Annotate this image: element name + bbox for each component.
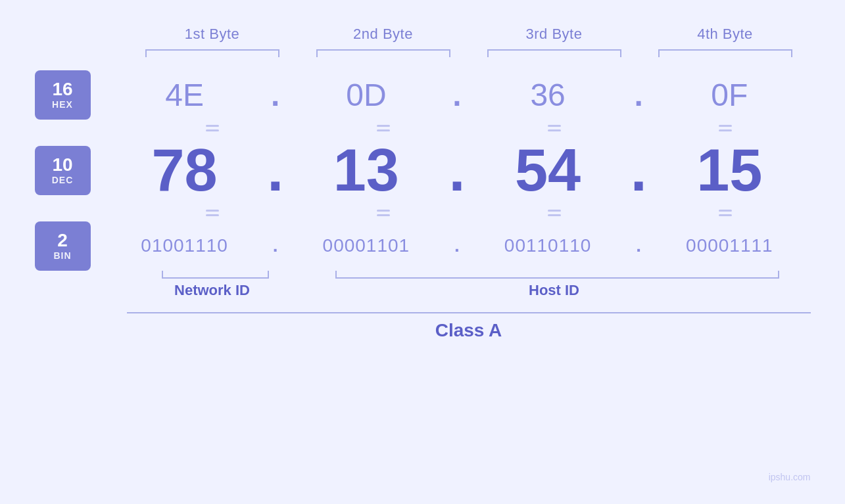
bin-byte4: 00001111 (648, 235, 810, 256)
bin-values: 01001110 . 00001101 . 00110110 . 0000111… (104, 235, 811, 256)
hex-byte3: 36 (467, 77, 629, 113)
dec-byte1: 78 (104, 137, 266, 204)
bin-dot1: . (266, 235, 285, 256)
hex-dot2: . (447, 77, 467, 113)
top-brackets-row (127, 49, 811, 57)
hex-row: 16 HEX 4E . 0D . 36 . 0F (35, 70, 811, 120)
dec-base-label: DEC (52, 175, 74, 185)
bottom-brackets (127, 271, 811, 279)
top-bracket-4 (640, 49, 811, 57)
byte4-header: 4th Byte (640, 26, 811, 43)
bin-base-label: BIN (53, 250, 71, 261)
dec-dot3: . (629, 137, 648, 204)
hex-byte4: 0F (648, 77, 810, 113)
class-label: Class A (127, 320, 811, 341)
dec-row: 10 DEC 78 . 13 . 54 . 15 (35, 137, 811, 204)
bin-base-number: 2 (57, 231, 68, 251)
host-bracket-wrap (304, 271, 811, 279)
class-section: Class A (127, 312, 811, 341)
hex-dot3: . (629, 77, 648, 113)
bin-dot3: . (629, 235, 648, 256)
hex-base-label: HEX (52, 99, 73, 110)
top-bracket-line-4 (658, 49, 792, 57)
hex-byte2: 0D (285, 77, 447, 113)
hex-dot1: . (266, 77, 285, 113)
network-bracket-wrap (127, 271, 304, 279)
eq7 (469, 210, 640, 216)
eq2 (298, 125, 469, 131)
hex-values: 4E . 0D . 36 . 0F (104, 77, 811, 113)
top-bracket-line-3 (487, 49, 621, 57)
dec-byte2: 13 (285, 137, 447, 204)
top-bracket-3 (469, 49, 640, 57)
byte3-header: 3rd Byte (469, 26, 640, 43)
hex-badge: 16 HEX (35, 70, 91, 120)
eq4 (640, 125, 811, 131)
eq1 (127, 125, 298, 131)
class-bracket-line (127, 312, 811, 313)
watermark: ipshu.com (769, 472, 811, 482)
host-bracket-line (335, 271, 779, 279)
top-bracket-1 (127, 49, 298, 57)
dec-badge: 10 DEC (35, 146, 91, 195)
bin-byte3: 00110110 (467, 235, 629, 256)
byte2-header: 2nd Byte (298, 26, 469, 43)
byte1-header: 1st Byte (127, 26, 298, 43)
dec-values: 78 . 13 . 54 . 15 (104, 137, 811, 204)
top-bracket-line-1 (145, 49, 279, 57)
bin-byte1: 01001110 (104, 235, 266, 256)
bin-byte2: 00001101 (285, 235, 447, 256)
dec-byte3: 54 (467, 137, 629, 204)
eq6 (298, 210, 469, 216)
top-bracket-2 (298, 49, 469, 57)
eq8 (640, 210, 811, 216)
top-bracket-line-2 (316, 49, 450, 57)
bin-dot2: . (447, 235, 467, 256)
dec-base-number: 10 (52, 155, 72, 175)
byte-headers-row: 1st Byte 2nd Byte 3rd Byte 4th Byte (127, 26, 811, 43)
dec-dot1: . (266, 137, 285, 204)
hex-base-number: 16 (52, 80, 72, 100)
eq5 (127, 210, 298, 216)
equals-row-1 (127, 125, 811, 131)
hex-byte1: 4E (104, 77, 266, 113)
main-container: 1st Byte 2nd Byte 3rd Byte 4th Byte 16 H… (15, 12, 831, 492)
network-id-label: Network ID (127, 282, 298, 299)
dec-dot2: . (447, 137, 467, 204)
equals-row-2 (127, 210, 811, 216)
bin-row: 2 BIN 01001110 . 00001101 . 00110110 . 0… (35, 221, 811, 271)
bin-badge: 2 BIN (35, 221, 91, 271)
network-bracket-line (162, 271, 269, 279)
host-id-label: Host ID (298, 282, 811, 299)
dec-byte4: 15 (648, 137, 810, 204)
eq3 (469, 125, 640, 131)
segment-labels-row: Network ID Host ID (127, 282, 811, 299)
